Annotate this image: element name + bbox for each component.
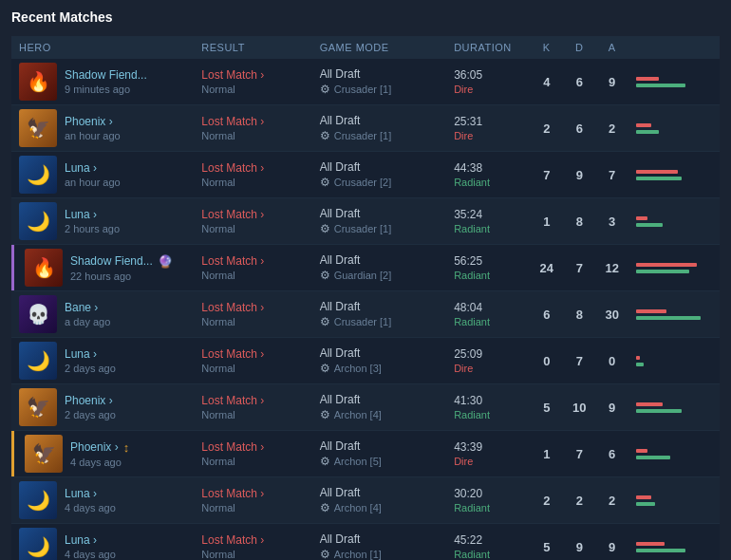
assists-bar: [636, 223, 663, 227]
hero-cell-2: 🦅 Phoenix › an hour ago: [11, 105, 194, 152]
gamemode-info: All Draft ⚙ Crusader [1]: [320, 114, 439, 142]
hero-name[interactable]: Luna ›: [65, 487, 116, 500]
assists-cell-11: 9: [595, 524, 628, 561]
bars-cell-5: [628, 245, 720, 291]
assists-cell-5: 12: [595, 245, 628, 291]
hero-cell-6: 💀 Bane › a day ago: [11, 291, 194, 338]
gamemode-rank: ⚙ Guardian [2]: [320, 269, 439, 282]
hero-name[interactable]: Luna ›: [65, 161, 121, 175]
kills-cell-5: 24: [531, 245, 563, 291]
matches-table: HERO RESULT GAME MODE DURATION K D A 🔥 S…: [11, 36, 720, 560]
kda-bars: [636, 356, 712, 366]
kills-bar: [636, 263, 697, 267]
duration-cell-1: 36:05 Dire: [446, 59, 530, 105]
gamemode-name: All Draft: [320, 393, 439, 406]
table-row[interactable]: 🔥 Shadow Fiend... 🔮 22 hours ago Lost Ma…: [11, 245, 720, 291]
hero-time: 2 hours ago: [65, 223, 120, 234]
duration-cell-11: 45:22 Radiant: [446, 524, 530, 561]
hero-time: 4 days ago: [70, 457, 129, 468]
hero-name[interactable]: Luna ›: [65, 347, 116, 361]
result-cell-8[interactable]: Lost Match › Normal: [194, 384, 311, 431]
gamemode-rank: ⚙ Crusader [1]: [320, 222, 439, 235]
deaths-cell-11: 9: [563, 524, 595, 561]
result-cell-2[interactable]: Lost Match › Normal: [194, 105, 311, 152]
kda-bars: [636, 216, 712, 227]
hero-name[interactable]: Bane ›: [65, 301, 110, 314]
result-cell-1[interactable]: Lost Match › Normal: [194, 59, 311, 105]
result-cell-7[interactable]: Lost Match › Normal: [194, 338, 311, 384]
hero-name[interactable]: Shadow Fiend... 🔮: [70, 254, 173, 269]
table-row[interactable]: 🦅 Phoenix › ↕ 4 days ago Lost Match › No…: [11, 431, 720, 477]
duration-time: 48:04: [454, 301, 522, 314]
result-info: Lost Match › Normal: [201, 533, 304, 560]
duration-time: 30:20: [454, 487, 522, 500]
result-cell-5[interactable]: Lost Match › Normal: [194, 245, 311, 291]
hero-info: Shadow Fiend... 9 minutes ago: [65, 68, 147, 95]
table-row[interactable]: 🌙 Luna › an hour ago Lost Match › Normal…: [11, 152, 720, 198]
kills-bar: [636, 170, 678, 174]
gamemode-info: All Draft ⚙ Crusader [1]: [320, 67, 439, 96]
hero-time: 9 minutes ago: [65, 84, 147, 95]
kills-bar: [636, 542, 665, 546]
bars-cell-1: [628, 59, 720, 105]
assists-bar-row: [636, 177, 712, 180]
table-row[interactable]: 🦅 Phoenix › an hour ago Lost Match › Nor…: [11, 105, 720, 152]
kda-bars: [636, 309, 712, 320]
result-cell-9[interactable]: Lost Match › Normal: [194, 431, 311, 477]
kda-bars: [636, 123, 712, 134]
result-cell-3[interactable]: Lost Match › Normal: [194, 152, 311, 198]
gamemode-info: All Draft ⚙ Archon [4]: [320, 486, 439, 514]
table-row[interactable]: 🌙 Luna › 4 days ago Lost Match › Normal …: [11, 477, 720, 524]
assists-bar: [636, 316, 701, 320]
result-cell-6[interactable]: Lost Match › Normal: [194, 291, 311, 338]
col-d: D: [563, 36, 595, 59]
gamemode-cell-8: All Draft ⚙ Archon [4]: [312, 384, 446, 431]
gamemode-info: All Draft ⚙ Crusader [2]: [320, 160, 439, 189]
result-cell-4[interactable]: Lost Match › Normal: [194, 198, 311, 245]
kda-bars: [636, 542, 712, 552]
table-row[interactable]: 🦅 Phoenix › 2 days ago Lost Match › Norm…: [11, 384, 720, 431]
hero-avatar: 🦅: [25, 435, 63, 473]
hero-name[interactable]: Luna ›: [65, 533, 116, 547]
kda-bars: [636, 77, 712, 87]
hero-name[interactable]: Shadow Fiend...: [65, 68, 147, 82]
table-row[interactable]: 🌙 Luna › 4 days ago Lost Match › Normal …: [11, 524, 720, 561]
kills-bar-row: [636, 449, 712, 453]
lost-match-label: Lost Match ›: [201, 440, 304, 454]
gamemode-rank: ⚙ Archon [5]: [320, 455, 439, 468]
kills-bar: [636, 356, 640, 360]
table-row[interactable]: 🌙 Luna › 2 days ago Lost Match › Normal …: [11, 338, 720, 384]
result-cell-11[interactable]: Lost Match › Normal: [194, 524, 311, 561]
gamemode-name: All Draft: [320, 67, 439, 81]
gamemode-name: All Draft: [320, 439, 439, 453]
duration-cell-7: 25:09 Dire: [446, 338, 530, 384]
assists-bar-row: [636, 456, 712, 459]
result-cell-10[interactable]: Lost Match › Normal: [194, 477, 311, 524]
kills-cell-3: 7: [531, 152, 563, 198]
hero-avatar: 🌙: [19, 342, 57, 380]
gamemode-rank: ⚙ Crusader [2]: [320, 176, 439, 189]
duration-time: 56:25: [454, 254, 522, 268]
hero-name[interactable]: Phoenix › ↕: [70, 440, 129, 455]
hero-info: Luna › 2 days ago: [65, 347, 116, 374]
duration-side: Dire: [454, 456, 522, 467]
hero-avatar: 🔥: [25, 249, 63, 287]
kda-bars: [636, 263, 712, 273]
table-row[interactable]: 🌙 Luna › 2 hours ago Lost Match › Normal…: [11, 198, 720, 245]
hero-name[interactable]: Phoenix ›: [65, 394, 116, 407]
hero-name[interactable]: Luna ›: [65, 208, 120, 221]
gamemode-rank: ⚙ Crusader [1]: [320, 83, 439, 96]
bars-cell-9: [628, 431, 720, 477]
assists-bar: [636, 456, 670, 459]
kills-bar-row: [636, 542, 712, 546]
assists-cell-8: 9: [595, 384, 628, 431]
hero-name[interactable]: Phoenix ›: [65, 115, 121, 128]
deaths-cell-1: 6: [563, 59, 595, 105]
table-row[interactable]: 🔥 Shadow Fiend... 9 minutes ago Lost Mat…: [11, 59, 720, 105]
result-info: Lost Match › Normal: [201, 254, 304, 281]
table-row[interactable]: 💀 Bane › a day ago Lost Match › Normal A…: [11, 291, 720, 338]
kills-cell-9: 1: [531, 431, 563, 477]
result-mode: Normal: [201, 84, 304, 95]
bars-cell-10: [628, 477, 720, 524]
duration-cell-2: 25:31 Dire: [446, 105, 530, 152]
